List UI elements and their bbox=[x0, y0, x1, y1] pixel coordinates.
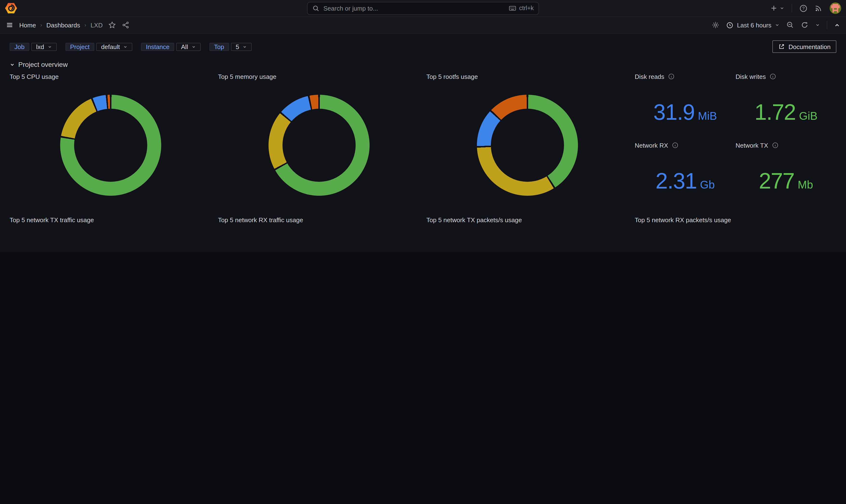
filter-top-value[interactable]: 5 bbox=[231, 42, 251, 51]
filter-project-value[interactable]: default bbox=[96, 42, 133, 51]
network-rx-value: 2.31Gb bbox=[635, 168, 736, 194]
filter-instance-label: Instance bbox=[141, 42, 174, 51]
panel-top5-network-tx-traffic: Top 5 network TX traffic usage bbox=[10, 215, 211, 252]
search-shortcut: ctrl+k bbox=[509, 4, 534, 12]
filter-project: Project default bbox=[65, 42, 133, 51]
breadcrumb-dashboards[interactable]: Dashboards bbox=[47, 21, 80, 29]
breadcrumb-separator: › bbox=[85, 22, 86, 28]
filter-job-label: Job bbox=[10, 42, 29, 51]
disk-reads-value: 31.9MiB bbox=[635, 99, 736, 125]
breadcrumb: Home › Dashboards › LXD bbox=[19, 21, 103, 29]
navbar-divider bbox=[827, 21, 827, 29]
panel-top5-network-tx-packets: Top 5 network TX packets/s usage bbox=[426, 215, 628, 252]
cpu-usage-donut-chart[interactable] bbox=[60, 95, 161, 196]
stat-title: Disk reads bbox=[635, 73, 664, 80]
panel-top5-network-rx-packets: Top 5 network RX packets/s usage bbox=[635, 215, 836, 252]
filter-instance-value[interactable]: All bbox=[176, 42, 201, 51]
filter-job: Job lxd bbox=[10, 42, 56, 51]
share-icon[interactable] bbox=[122, 21, 130, 29]
external-link-icon bbox=[778, 43, 785, 50]
info-icon[interactable] bbox=[672, 142, 679, 149]
panel-title[interactable]: Top 5 CPU usage bbox=[10, 71, 211, 82]
svg-text:?: ? bbox=[802, 6, 805, 11]
filter-top: Top 5 bbox=[209, 42, 251, 51]
panel-title[interactable]: Top 5 memory usage bbox=[218, 71, 420, 82]
panel-title[interactable]: Top 5 network RX traffic usage bbox=[218, 215, 420, 225]
filter-job-value[interactable]: lxd bbox=[31, 42, 56, 51]
grafana-logo[interactable] bbox=[5, 2, 17, 14]
dashboard-nav-bar: Home › Dashboards › LXD Last 6 hours bbox=[0, 17, 846, 34]
panel-title[interactable]: Top 5 network TX packets/s usage bbox=[426, 215, 628, 225]
time-range-picker[interactable]: Last 6 hours bbox=[726, 21, 780, 29]
clock-icon bbox=[726, 21, 734, 29]
help-icon[interactable]: ? bbox=[799, 4, 808, 12]
panel-network-rx: Network RX 2.31Gb bbox=[635, 140, 736, 209]
favorite-star-icon[interactable] bbox=[108, 21, 116, 29]
collapse-chevron-up-icon[interactable] bbox=[834, 22, 840, 28]
search-icon bbox=[312, 4, 319, 12]
panel-disk-writes: Disk writes 1.72GiB bbox=[736, 71, 836, 140]
zoom-out-icon[interactable] bbox=[786, 21, 794, 29]
info-icon[interactable] bbox=[770, 73, 776, 80]
row-project-overview[interactable]: Project overview bbox=[10, 60, 836, 68]
time-range-label: Last 6 hours bbox=[737, 21, 771, 29]
refresh-interval-chevron-icon[interactable] bbox=[815, 23, 820, 28]
disk-writes-value: 1.72GiB bbox=[736, 99, 836, 125]
filter-instance: Instance All bbox=[141, 42, 200, 51]
panel-title[interactable]: Top 5 network TX traffic usage bbox=[10, 215, 211, 225]
dashboard-settings-gear-icon[interactable] bbox=[712, 21, 720, 29]
add-button[interactable] bbox=[770, 4, 785, 12]
rootfs-usage-donut-chart[interactable] bbox=[477, 95, 578, 196]
panel-title[interactable]: Top 5 network RX packets/s usage bbox=[635, 215, 836, 225]
memory-usage-donut-chart[interactable] bbox=[268, 95, 369, 196]
grafana-dashboard: Search or jump to... ctrl+k ? bbox=[0, 0, 846, 252]
panel-top5-rootfs-usage: Top 5 rootfs usage bbox=[426, 71, 628, 209]
search-input[interactable]: Search or jump to... ctrl+k bbox=[307, 2, 539, 15]
panel-network-tx: Network TX 277Mb bbox=[736, 140, 836, 209]
keyboard-icon bbox=[509, 4, 516, 12]
section-title: Project overview bbox=[18, 60, 68, 68]
refresh-icon[interactable] bbox=[801, 21, 809, 29]
info-icon[interactable] bbox=[772, 142, 779, 149]
panel-top5-cpu-usage: Top 5 CPU usage bbox=[10, 71, 211, 209]
topbar-divider bbox=[792, 4, 792, 13]
search-placeholder: Search or jump to... bbox=[323, 4, 378, 12]
menu-hamburger-icon[interactable] bbox=[6, 21, 14, 29]
search-shortcut-label: ctrl+k bbox=[519, 5, 534, 12]
stat-panels: Disk reads 31.9MiB Disk writes 1.72GiB N… bbox=[635, 71, 836, 209]
panel-top5-memory-usage: Top 5 memory usage bbox=[218, 71, 420, 209]
filter-top-label: Top bbox=[209, 42, 229, 51]
panel-top5-network-rx-traffic: Top 5 network RX traffic usage bbox=[218, 215, 420, 252]
variable-filters: Job lxd Project default Instance All Top… bbox=[10, 40, 836, 53]
documentation-button[interactable]: Documentation bbox=[772, 40, 836, 53]
network-tx-value: 277Mb bbox=[736, 168, 836, 194]
breadcrumb-home[interactable]: Home bbox=[19, 21, 36, 29]
news-rss-icon[interactable] bbox=[815, 4, 823, 12]
chevron-down-icon bbox=[10, 62, 15, 67]
breadcrumb-current: LXD bbox=[90, 21, 103, 29]
panel-disk-reads: Disk reads 31.9MiB bbox=[635, 71, 736, 140]
avatar[interactable] bbox=[830, 2, 841, 14]
filter-project-label: Project bbox=[65, 42, 94, 51]
panel-title[interactable]: Top 5 rootfs usage bbox=[426, 71, 628, 82]
breadcrumb-separator: › bbox=[40, 22, 42, 28]
stat-title: Network RX bbox=[635, 142, 668, 149]
documentation-label: Documentation bbox=[789, 43, 831, 50]
info-icon[interactable] bbox=[668, 73, 675, 80]
top-bar: Search or jump to... ctrl+k ? bbox=[0, 0, 846, 17]
stat-title: Disk writes bbox=[736, 73, 766, 80]
stat-title: Network TX bbox=[736, 142, 768, 149]
